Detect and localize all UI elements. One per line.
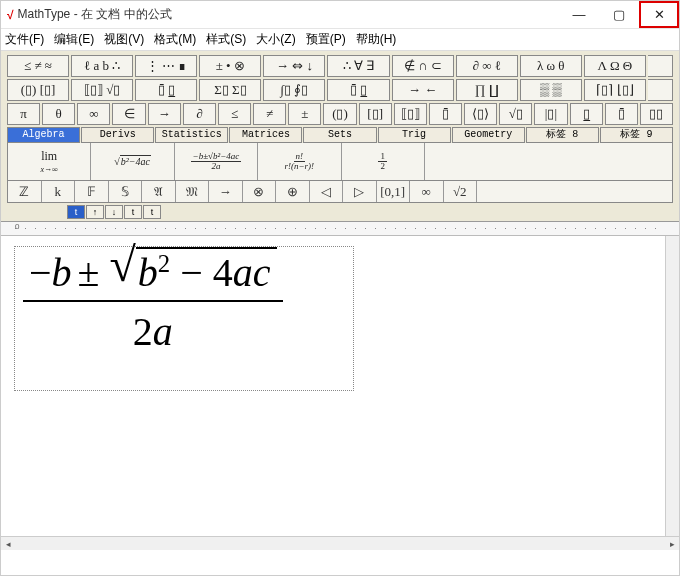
template-button[interactable]: n!r!(n−r)!	[258, 143, 341, 180]
palette-button[interactable]: θ	[42, 103, 75, 125]
palette-button[interactable]: ▯▯	[640, 103, 673, 125]
sqrt-icon: √ b2 − 4ac	[110, 247, 277, 296]
tab-sets[interactable]: Sets	[303, 127, 376, 143]
palette-button[interactable]: π	[7, 103, 40, 125]
mini-button[interactable]: ↑	[86, 205, 104, 219]
palette-button[interactable]: ⟦▯⟧ √▯	[71, 79, 133, 101]
symbol-button[interactable]: 𝔽	[75, 181, 109, 202]
mini-button[interactable]: t	[67, 205, 85, 219]
category-tabs: AlgebraDerivsStatisticsMatricesSetsTrigG…	[7, 127, 673, 143]
palette-button[interactable]: ∞	[77, 103, 110, 125]
palette-overflow[interactable]	[648, 79, 673, 101]
tab-algebra[interactable]: Algebra	[7, 127, 80, 143]
titlebar: √ MathType - 在 文档 中的公式 ― ▢ ✕	[1, 1, 679, 29]
palette-button[interactable]: ∉ ∩ ⊂	[392, 55, 454, 77]
selection-box: −b ± √ b2 − 4ac 2a	[14, 246, 354, 391]
palette-button[interactable]: |▯|	[534, 103, 567, 125]
palette-button[interactable]: ∴ ∀ ∃	[327, 55, 389, 77]
symbol-button[interactable]: √2	[444, 181, 478, 202]
palette-button[interactable]: ±	[288, 103, 321, 125]
template-button[interactable]	[425, 143, 672, 180]
tab-matrices[interactable]: Matrices	[229, 127, 302, 143]
symbol-row: ℤk𝔽𝕊𝔄𝔐→⊗⊕◁▷[0,1]∞√2	[7, 181, 673, 203]
scroll-right-icon[interactable]: ▸	[665, 539, 679, 549]
tab-statistics[interactable]: Statistics	[155, 127, 228, 143]
palette-button[interactable]: ∫▯ ∮▯	[263, 79, 325, 101]
template-button[interactable]: 12	[342, 143, 425, 180]
menu-edit[interactable]: 编辑(E)	[54, 31, 94, 48]
palette-button[interactable]: →	[148, 103, 181, 125]
symbol-button[interactable]: →	[209, 181, 243, 202]
tab-标签 8[interactable]: 标签 8	[526, 127, 599, 143]
menu-help[interactable]: 帮助(H)	[356, 31, 397, 48]
tab-标签 9[interactable]: 标签 9	[600, 127, 673, 143]
palette-button[interactable]: ⌈▯⌉ ⌊▯⌋	[584, 79, 646, 101]
palette-button[interactable]: ≠	[253, 103, 286, 125]
palette-button[interactable]: → ←	[392, 79, 454, 101]
mini-toolbar: t↑↓tt	[7, 205, 673, 219]
palette-button[interactable]: ℓ a b ∴	[71, 55, 133, 77]
mini-button[interactable]: ↓	[105, 205, 123, 219]
symbol-button[interactable]: ⊗	[243, 181, 277, 202]
palette-button[interactable]: ⋮ ⋯ ∎	[135, 55, 197, 77]
palette-overflow[interactable]	[648, 55, 673, 77]
symbol-button[interactable]: ▷	[343, 181, 377, 202]
palette-button[interactable]: ≤	[218, 103, 251, 125]
close-button[interactable]: ✕	[639, 1, 679, 28]
palette-button[interactable]: ▯̄	[429, 103, 462, 125]
menu-file[interactable]: 文件(F)	[5, 31, 44, 48]
palette-button[interactable]: ▯̄ ▯̲	[327, 79, 389, 101]
symbol-button[interactable]: ℤ	[8, 181, 42, 202]
palette-button[interactable]: [▯]	[359, 103, 392, 125]
menu-style[interactable]: 样式(S)	[206, 31, 246, 48]
palette-button[interactable]: ▯̲	[570, 103, 603, 125]
editor-workspace[interactable]: −b ± √ b2 − 4ac 2a	[1, 236, 679, 536]
menu-format[interactable]: 格式(M)	[154, 31, 196, 48]
palette-button[interactable]: (▯)	[323, 103, 356, 125]
symbol-button[interactable]: [0,1]	[377, 181, 411, 202]
palette-button[interactable]: ▒ ▒	[520, 79, 582, 101]
menu-view[interactable]: 视图(V)	[104, 31, 144, 48]
palette-button[interactable]: ∂ ∞ ℓ	[456, 55, 518, 77]
symbol-button[interactable]: 𝔐	[176, 181, 210, 202]
symbol-button[interactable]: ◁	[310, 181, 344, 202]
maximize-button[interactable]: ▢	[599, 1, 639, 28]
palette-button[interactable]: λ ω θ	[520, 55, 582, 77]
minimize-button[interactable]: ―	[559, 1, 599, 28]
palette-button[interactable]: ± • ⊗	[199, 55, 261, 77]
template-button[interactable]: √b²−4ac	[91, 143, 174, 180]
palette-button[interactable]: ∈	[112, 103, 145, 125]
palette-button[interactable]: √▯	[499, 103, 532, 125]
symbol-button[interactable]	[477, 181, 672, 202]
horizontal-scrollbar[interactable]: ◂ ▸	[1, 536, 679, 550]
formula[interactable]: −b ± √ b2 − 4ac 2a	[15, 247, 291, 355]
palette-button[interactable]: ≤ ≠ ≈	[7, 55, 69, 77]
menu-size[interactable]: 大小(Z)	[256, 31, 295, 48]
palette-button[interactable]: ∂	[183, 103, 216, 125]
palette-button[interactable]: → ⇔ ↓	[263, 55, 325, 77]
palette-button[interactable]: ∏ ∐	[456, 79, 518, 101]
template-row: limx→∞√b²−4ac−b±√b²−4ac2an!r!(n−r)!12	[7, 143, 673, 181]
symbol-button[interactable]: 𝕊	[109, 181, 143, 202]
tab-trig[interactable]: Trig	[378, 127, 451, 143]
palette-button[interactable]: Σ▯ Σ▯	[199, 79, 261, 101]
vertical-scrollbar[interactable]	[665, 236, 679, 536]
mini-button[interactable]: t	[143, 205, 161, 219]
palette-button[interactable]: ⟨▯⟩	[464, 103, 497, 125]
symbol-button[interactable]: k	[42, 181, 76, 202]
template-button[interactable]: −b±√b²−4ac2a	[175, 143, 258, 180]
symbol-button[interactable]: ⊕	[276, 181, 310, 202]
scroll-left-icon[interactable]: ◂	[1, 539, 15, 549]
palette-button[interactable]: Λ Ω Θ	[584, 55, 646, 77]
palette-button[interactable]: (▯) [▯]	[7, 79, 69, 101]
palette-button[interactable]: ▯̄	[605, 103, 638, 125]
mini-button[interactable]: t	[124, 205, 142, 219]
symbol-button[interactable]: ∞	[410, 181, 444, 202]
tab-derivs[interactable]: Derivs	[81, 127, 154, 143]
symbol-button[interactable]: 𝔄	[142, 181, 176, 202]
template-button[interactable]: limx→∞	[8, 143, 91, 180]
palette-button[interactable]: ▯̄ ▯̲	[135, 79, 197, 101]
palette-button[interactable]: ⟦▯⟧	[394, 103, 427, 125]
menu-preset[interactable]: 预置(P)	[306, 31, 346, 48]
tab-geometry[interactable]: Geometry	[452, 127, 525, 143]
